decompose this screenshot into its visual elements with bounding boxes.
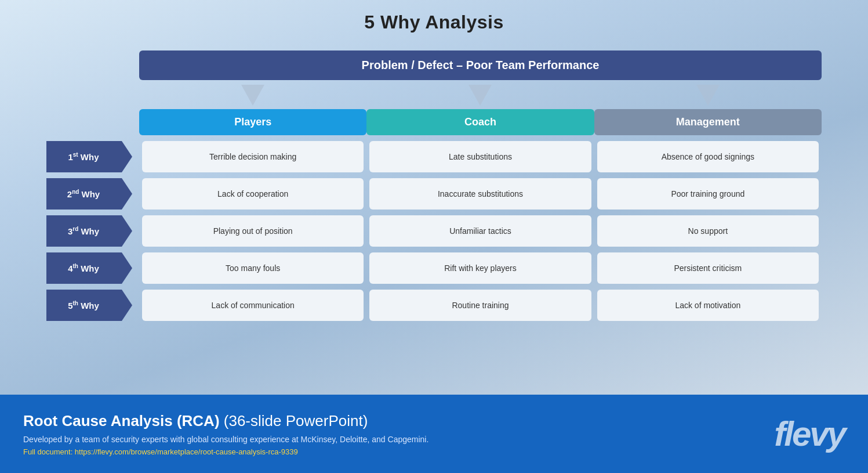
footer-title-rest: (36-slide PowerPoint) <box>220 412 368 429</box>
cell-players-1: Terrible decision making <box>142 141 364 172</box>
why-label-3: 3rd Why <box>46 215 132 247</box>
page-title: 5 Why Analysis <box>364 12 504 33</box>
cell-players-4: Too many fouls <box>142 252 364 284</box>
col-header-players: Players <box>139 109 366 135</box>
data-col-players: Terrible decision making Lack of coopera… <box>139 141 366 321</box>
data-columns: Terrible decision making Lack of coopera… <box>139 141 822 321</box>
footer-link[interactable]: Full document: https://flevy.com/browse/… <box>23 447 762 456</box>
data-col-coach: Late substitutions Inaccurate substituti… <box>366 141 594 321</box>
arrow-down-coach <box>468 85 492 106</box>
cell-management-1: Absence of good signings <box>597 141 819 172</box>
why-label-1-text: 1st Why <box>68 151 99 162</box>
footer-subtitle: Developed by a team of security experts … <box>23 435 762 444</box>
why-label-1: 1st Why <box>46 141 132 172</box>
cell-players-5: Lack of communication <box>142 290 364 321</box>
footer-title: Root Cause Analysis (RCA) (36-slide Powe… <box>23 412 762 430</box>
cell-players-2: Lack of cooperation <box>142 178 364 210</box>
svg-marker-1 <box>468 85 492 106</box>
cell-players-3: Playing out of position <box>142 215 364 247</box>
why-label-5-text: 5th Why <box>68 300 99 310</box>
col-header-coach: Coach <box>366 109 594 135</box>
cell-management-4: Persistent criticism <box>597 252 819 284</box>
footer-title-bold: Root Cause Analysis (RCA) <box>23 412 220 429</box>
columns-header-row: Players Coach Management <box>139 80 822 135</box>
column-players: Players <box>139 80 366 135</box>
why-label-3-text: 3rd Why <box>68 226 99 236</box>
flevy-logo: flevy <box>774 414 845 454</box>
cell-coach-5: Routine training <box>369 290 591 321</box>
why-labels-column: 1st Why 2nd Why 3rd Why 4th Why 5th Why <box>46 141 139 321</box>
column-coach: Coach <box>366 80 594 135</box>
flevy-logo-text: flevy <box>774 414 845 454</box>
grid-section: 1st Why 2nd Why 3rd Why 4th Why 5th Why <box>46 141 822 321</box>
main-slide: 5 Why Analysis Problem / Defect – Poor T… <box>0 0 868 395</box>
column-management: Management <box>594 80 822 135</box>
cell-management-2: Poor training ground <box>597 178 819 210</box>
why-label-2: 2nd Why <box>46 178 132 210</box>
cell-coach-2: Inaccurate substitutions <box>369 178 591 210</box>
footer-text-section: Root Cause Analysis (RCA) (36-slide Powe… <box>23 412 762 456</box>
svg-marker-0 <box>241 85 264 106</box>
why-label-5: 5th Why <box>46 290 132 321</box>
svg-marker-2 <box>696 85 720 106</box>
cell-coach-3: Unfamiliar tactics <box>369 215 591 247</box>
problem-bar: Problem / Defect – Poor Team Performance <box>139 50 822 80</box>
footer: Root Cause Analysis (RCA) (36-slide Powe… <box>0 395 868 473</box>
data-col-management: Absence of good signings Poor training g… <box>594 141 822 321</box>
col-header-management: Management <box>594 109 822 135</box>
why-label-2-text: 2nd Why <box>67 189 100 199</box>
arrow-down-players <box>241 85 264 106</box>
cell-coach-4: Rift with key players <box>369 252 591 284</box>
why-label-4-text: 4th Why <box>68 263 99 273</box>
content-area: Problem / Defect – Poor Team Performance… <box>46 50 822 321</box>
why-label-4: 4th Why <box>46 252 132 284</box>
cell-management-3: No support <box>597 215 819 247</box>
cell-coach-1: Late substitutions <box>369 141 591 172</box>
arrow-down-management <box>696 85 720 106</box>
cell-management-5: Lack of motivation <box>597 290 819 321</box>
